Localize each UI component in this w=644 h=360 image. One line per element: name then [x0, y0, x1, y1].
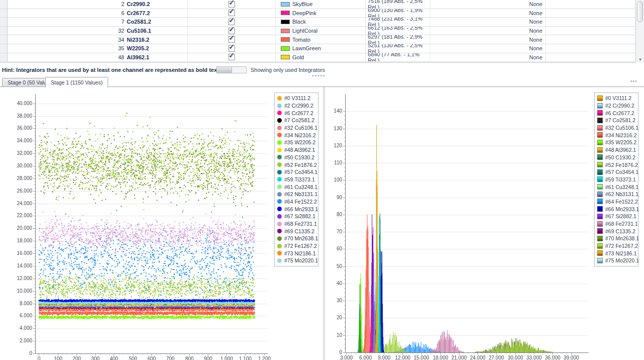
legend-item[interactable]: #61 Cu3248.1 [277, 183, 316, 191]
legend-item[interactable]: #64 Fe1522.2 [597, 198, 636, 206]
channel-enabled-cell[interactable]: ✓ [188, 9, 276, 18]
channel-color-cell[interactable]: DeepPink [276, 9, 366, 18]
legend-item[interactable]: #2 Cr2990.2 [277, 102, 316, 110]
channel-color-cell[interactable]: LawnGreen [276, 44, 366, 53]
scrollbar-down-arrow-icon[interactable]: ▾ [636, 57, 644, 62]
legend-item[interactable]: #32 Cu5106.1 [597, 124, 636, 132]
legend-item[interactable]: #48 Al3962.1 [597, 146, 636, 154]
row-header[interactable] [0, 0, 8, 9]
legend-item[interactable]: #61 Cu3248.1 [597, 183, 636, 191]
integrator-cell[interactable]: None [430, 44, 546, 53]
scrollbar-thumb[interactable] [637, 1, 643, 22]
channel-color-cell[interactable]: SkyBlue [276, 0, 366, 9]
integrator-cell[interactable]: None [430, 35, 546, 44]
legend-item[interactable]: #52 Fe1876.2 [597, 161, 636, 168]
legend-item[interactable]: #0 V3111.2 [597, 95, 636, 102]
legend-item[interactable]: #68 Fe2731.1 [277, 220, 316, 228]
legend-item[interactable]: #48 Al3962.1 [277, 146, 316, 154]
integrator-cell[interactable]: None [430, 9, 546, 18]
row-header[interactable] [0, 44, 8, 53]
channel-checkbox[interactable]: ✓ [228, 54, 235, 60]
scatter-legend[interactable]: #0 V3111.2#2 Cr2990.2#6 Cr2677.2#7 Co258… [274, 93, 318, 266]
legend-item[interactable]: #72 Fe1267.2 [597, 242, 636, 250]
channel-name-cell[interactable]: 7Co2581.2 [8, 18, 188, 27]
channel-name-cell[interactable]: 32Cu5106.1 [8, 27, 188, 36]
toggle-knob[interactable] [217, 67, 232, 73]
channel-checkbox[interactable]: ✓ [228, 36, 235, 43]
legend-item[interactable]: #68 Fe2731.1 [597, 220, 636, 228]
channel-color-cell[interactable]: Gold [276, 53, 366, 62]
channel-value-cell[interactable]: 6297 (181 Abs. - 2,9% Rel.) [366, 35, 430, 44]
legend-item[interactable]: #57 Co3454.1 [597, 168, 636, 176]
legend-item[interactable]: #59 Ti3373.1 [277, 176, 316, 184]
channel-name-cell[interactable]: 48Al3962.1 [8, 53, 188, 62]
legend-item[interactable]: #34 Ni2316.2 [277, 131, 316, 139]
table-row[interactable]: 48Al3962.1✓Gold6840 (77 Abs. - 1,1% Rel.… [0, 53, 635, 62]
legend-item[interactable]: #62 Nb3131.1 [597, 191, 636, 198]
channel-checkbox[interactable]: ✓ [228, 1, 235, 8]
channel-value-cell[interactable]: 6612 (163 Abs. - 2,5% Rel.) [366, 27, 430, 36]
legend-item[interactable]: #69 C1335.2 [597, 227, 636, 235]
channel-checkbox[interactable]: ✓ [228, 19, 235, 25]
legend-item[interactable]: #2 Cr2990.2 [597, 102, 636, 110]
row-header[interactable] [0, 27, 8, 36]
channel-value-cell[interactable]: 5251 (130 Abs. - 2,5% Rel.) [366, 44, 430, 53]
legend-item[interactable]: #7 Co2581.2 [277, 117, 316, 124]
channel-table[interactable]: 2Cr2990.2✓SkyBlue7516 (189 Abs. - 2,5% R… [0, 0, 635, 63]
channel-enabled-cell[interactable]: ✓ [188, 44, 276, 53]
legend-item[interactable]: #75 Mo2020.1 [277, 257, 316, 264]
channel-color-cell[interactable]: Black [276, 18, 366, 27]
table-row[interactable]: 7Co2581.2✓Black7488 (231 Abs. - 3,1% Rel… [0, 18, 635, 27]
legend-item[interactable]: #73 Ni2186.1 [277, 249, 316, 257]
legend-item[interactable]: #70 Mn2638.1 [597, 235, 636, 242]
legend-item[interactable]: #67 Si2882.1 [277, 213, 316, 220]
channel-enabled-cell[interactable]: ✓ [188, 53, 276, 62]
legend-item[interactable]: #72 Fe1267.2 [277, 242, 316, 250]
channel-value-cell[interactable]: 6840 (77 Abs. - 1,1% Rel.) [366, 53, 430, 62]
legend-item[interactable]: #7 Co2581.2 [597, 117, 636, 124]
channel-enabled-cell[interactable]: ✓ [188, 0, 276, 9]
integrator-cell[interactable]: None [430, 0, 546, 9]
channel-color-cell[interactable]: LightCoral [276, 27, 366, 36]
legend-item[interactable]: #66 Mn2933.1 [277, 205, 316, 213]
legend-item[interactable]: #62 Nb3131.1 [277, 191, 316, 198]
channel-checkbox[interactable]: ✓ [228, 10, 235, 16]
legend-item[interactable]: #35 W2205.2 [597, 139, 636, 146]
channel-name-cell[interactable]: 34Ni2316.2 [8, 35, 188, 44]
channel-enabled-cell[interactable]: ✓ [188, 35, 276, 44]
row-header[interactable] [0, 35, 8, 44]
legend-item[interactable]: #34 Ni2316.2 [597, 131, 636, 139]
legend-item[interactable]: #75 Mo2020.1 [597, 257, 636, 264]
legend-item[interactable]: #50 C1930.2 [597, 154, 636, 161]
row-header[interactable] [0, 18, 8, 27]
legend-item[interactable]: #35 W2205.2 [277, 139, 316, 146]
tab-stage-1[interactable]: Stage 1 (1150 Values) [45, 77, 108, 87]
channel-name-cell[interactable]: 35W2205.2 [8, 44, 188, 53]
legend-item[interactable]: #57 Co3454.1 [277, 168, 316, 176]
legend-item[interactable]: #67 Si2882.1 [597, 213, 636, 220]
legend-item[interactable]: #70 Mn2638.1 [277, 235, 316, 242]
legend-item[interactable]: #59 Ti3373.1 [597, 176, 636, 184]
legend-item[interactable]: #6 Cr2677.2 [597, 109, 636, 117]
legend-item[interactable]: #0 V3111.2 [277, 95, 316, 102]
legend-item[interactable]: #69 C1335.2 [277, 227, 316, 235]
histogram-legend[interactable]: #0 V3111.2#2 Cr2990.2#6 Cr2677.2#7 Co258… [594, 93, 638, 266]
legend-item[interactable]: #32 Cu5106.1 [277, 124, 316, 132]
channel-value-cell[interactable]: 7516 (189 Abs. - 2,5% Rel.) [366, 0, 430, 9]
table-scrollbar[interactable]: ▾ [635, 0, 644, 63]
table-row[interactable]: 34Ni2316.2✓Tomato6297 (181 Abs. - 2,9% R… [0, 35, 635, 44]
channel-value-cell[interactable]: 6900 (130 Abs. - 1,9% Rel.) [366, 9, 430, 18]
table-row[interactable]: 6Cr2677.2✓DeepPink6900 (130 Abs. - 1,9% … [0, 9, 635, 18]
legend-item[interactable]: #52 Fe1876.2 [277, 161, 316, 168]
legend-item[interactable]: #50 C1930.2 [277, 154, 316, 161]
legend-item[interactable]: #73 Ni2186.1 [597, 249, 636, 257]
channel-value-cell[interactable]: 7488 (231 Abs. - 3,1% Rel.) [366, 18, 430, 27]
legend-item[interactable]: #64 Fe1522.2 [277, 198, 316, 206]
legend-item[interactable]: #6 Cr2677.2 [277, 109, 316, 117]
channel-enabled-cell[interactable]: ✓ [188, 27, 276, 36]
table-row[interactable]: 35W2205.2✓LawnGreen5251 (130 Abs. - 2,5%… [0, 44, 635, 53]
legend-item[interactable]: #66 Mn2933.1 [597, 205, 636, 213]
channel-color-cell[interactable]: Tomato [276, 35, 366, 44]
channel-checkbox[interactable]: ✓ [228, 45, 235, 52]
row-header[interactable] [0, 9, 8, 18]
